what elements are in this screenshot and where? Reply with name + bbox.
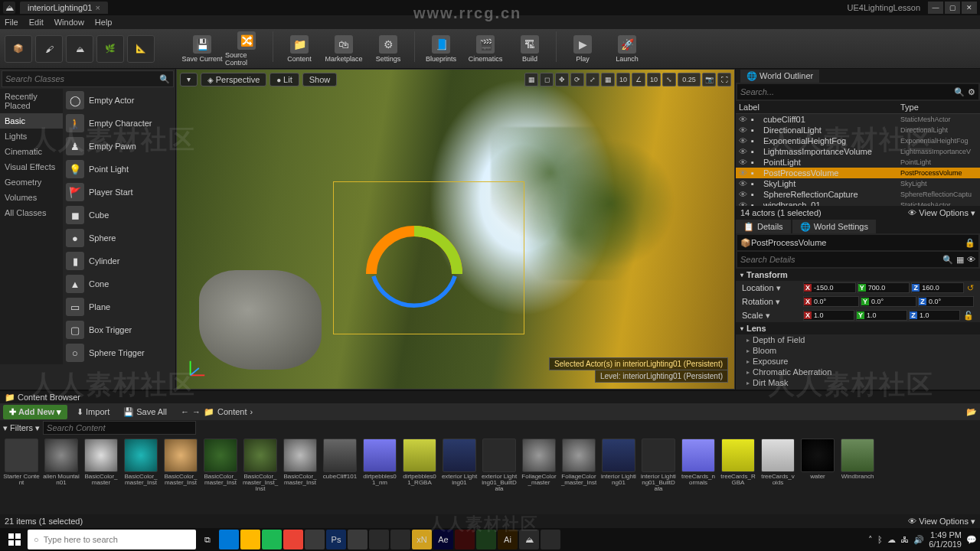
history-back-icon[interactable]: ← — [181, 407, 189, 416]
outliner-row[interactable]: 👁▪PointLightPointLight — [736, 157, 980, 168]
rotation-gizmo[interactable] — [361, 210, 468, 317]
outliner-col-type[interactable]: Type — [900, 103, 977, 112]
illustrator-icon[interactable]: Ai — [498, 530, 518, 549]
outliner-search-input[interactable] — [740, 87, 954, 96]
details-search-input[interactable] — [740, 255, 942, 264]
transform-header[interactable]: Transform — [736, 269, 980, 281]
close-button[interactable]: ✕ — [962, 2, 977, 14]
import-button[interactable]: ⬇ Import — [72, 405, 114, 419]
outliner-row[interactable]: 👁▪SkyLightSkyLight — [736, 178, 980, 189]
outliner-row[interactable]: 👁▪PostProcessVolumePostProcessVolume — [736, 168, 980, 178]
app4-icon[interactable] — [390, 530, 410, 549]
asset-item[interactable]: dirtpebbles01_RGBA — [401, 439, 438, 491]
place-item-sphere[interactable]: ●Sphere — [63, 227, 175, 249]
category-visual-effects[interactable]: Visual Effects — [0, 159, 63, 174]
asset-item[interactable]: interior Lighting01 — [600, 439, 637, 491]
scale-icon[interactable]: ⤢ — [586, 73, 599, 86]
location-z[interactable]: 160.0 — [920, 284, 963, 292]
paint-mode-icon[interactable]: 🖌 — [35, 35, 63, 63]
geometry-mode-icon[interactable]: 📐 — [127, 35, 155, 63]
perspective-button[interactable]: ◈ Perspective — [201, 73, 266, 86]
reset-icon[interactable]: ↺ — [967, 283, 974, 293]
asset-item[interactable]: alien Mountain01 — [43, 439, 80, 491]
place-item-box-trigger[interactable]: ▢Box Trigger — [63, 318, 175, 341]
category-lights[interactable]: Lights — [0, 129, 63, 144]
lens-item[interactable]: Dirt Mask — [736, 377, 980, 388]
show-button[interactable]: Show — [302, 73, 338, 86]
toolbar-save-current[interactable]: 💾Save Current — [181, 31, 224, 67]
visibility-icon[interactable]: 👁 — [739, 179, 750, 188]
place-item-empty-character[interactable]: 🚶Empty Character — [63, 112, 175, 135]
task-view-icon[interactable]: ⧉ — [198, 530, 217, 549]
asset-item[interactable]: Starter Content — [3, 439, 40, 491]
outliner-col-label[interactable]: Label — [739, 103, 900, 112]
place-item-player-start[interactable]: 🚩Player Start — [63, 181, 175, 204]
spotify-icon[interactable] — [262, 530, 282, 549]
visibility-icon[interactable]: 👁 — [739, 168, 750, 178]
breadcrumb-content[interactable]: Content — [217, 407, 247, 416]
asset-item[interactable]: treeCards_RGBA — [720, 439, 756, 491]
property-matrix-icon[interactable]: ▦ — [956, 255, 964, 265]
add-new-button[interactable]: ✚ Add New ▾ — [3, 405, 67, 419]
asset-item[interactable]: BasicColor_master_Inst — [282, 439, 318, 491]
place-item-point-light[interactable]: 💡Point Light — [63, 158, 175, 181]
place-item-empty-pawn[interactable]: ♟Empty Pawn — [63, 135, 175, 158]
lens-item[interactable]: Exposure — [736, 356, 980, 367]
toolbar-marketplace[interactable]: 🛍Marketplace — [322, 31, 365, 67]
world-settings-tab[interactable]: 🌐 World Settings — [792, 220, 876, 233]
filters-button[interactable]: ▾ Filters ▾ — [3, 423, 40, 433]
taskbar-clock[interactable]: 1:49 PM 6/1/2019 — [929, 530, 962, 549]
app2-icon[interactable] — [348, 530, 368, 549]
maximize-viewport-icon[interactable]: ⛶ — [717, 73, 731, 86]
aftereffects-icon[interactable]: Ae — [433, 530, 453, 549]
content-search-input[interactable] — [43, 421, 196, 435]
tray-bluetooth-icon[interactable]: ᛒ — [877, 535, 883, 544]
place-mode-icon[interactable]: 📦 — [5, 35, 32, 63]
world-outliner-tab[interactable]: 🌐 World Outliner — [740, 70, 819, 83]
rotation-z[interactable]: 0.0° — [926, 298, 973, 305]
menu-edit[interactable]: Edit — [29, 18, 44, 27]
tray-volume-icon[interactable]: 🔊 — [913, 535, 924, 545]
visibility-icon[interactable]: 👁 — [739, 126, 750, 135]
scale-snap[interactable]: ⤡ — [662, 73, 676, 86]
lens-item[interactable]: Camera — [736, 388, 980, 390]
outliner-options-icon[interactable]: ⚙ — [968, 87, 975, 97]
cb-view-options[interactable]: 👁 View Options ▾ — [908, 517, 975, 527]
place-item-cube[interactable]: ◼Cube — [63, 204, 175, 227]
scale-z[interactable]: 1.0 — [917, 311, 959, 319]
category-cinematic[interactable]: Cinematic — [0, 144, 63, 159]
asset-item[interactable]: treeCards_normals — [680, 439, 717, 491]
location-x[interactable]: -150.0 — [812, 284, 855, 292]
tray-cloud-icon[interactable]: ☁ — [887, 535, 896, 545]
asset-item[interactable]: treeCards_voids — [760, 439, 796, 491]
app-icon[interactable] — [305, 530, 325, 549]
level-viewport[interactable]: ▾ ◈ Perspective ● Lit Show ▦ ◻ ✥ ⟳ ⤢ ▦ 1… — [176, 69, 735, 390]
outliner-row[interactable]: 👁▪LightmassImportanceVolumeLightmassImpo… — [736, 146, 980, 157]
place-item-sphere-trigger[interactable]: ○Sphere Trigger — [63, 341, 175, 364]
lens-header[interactable]: Lens — [736, 322, 980, 334]
notification-icon[interactable]: 💬 — [966, 535, 977, 545]
visibility-icon[interactable]: 👁 — [739, 201, 750, 206]
app5-icon[interactable]: xN — [412, 530, 432, 549]
taskbar-search[interactable]: ○Type here to search — [28, 530, 196, 549]
place-item-plane[interactable]: ▭Plane — [63, 295, 175, 318]
visibility-icon[interactable]: 👁 — [739, 190, 750, 199]
angle-snap-value[interactable]: 10 — [647, 73, 661, 86]
menu-help[interactable]: Help — [95, 18, 113, 27]
scale-y[interactable]: 1.0 — [864, 311, 906, 319]
visibility-icon[interactable]: 👁 — [739, 115, 750, 124]
menu-window[interactable]: Window — [54, 18, 84, 27]
grid-snap[interactable]: ▦ — [601, 73, 615, 86]
scale-x[interactable]: 1.0 — [812, 311, 854, 319]
asset-item[interactable]: interior Lighting01_BuiltData — [640, 439, 677, 491]
toolbar-build[interactable]: 🏗Build — [508, 31, 551, 67]
tray-chevron-icon[interactable]: ˄ — [868, 535, 873, 545]
camera-speed-icon[interactable]: 📷 — [702, 73, 716, 86]
lens-item[interactable]: Bloom — [736, 345, 980, 356]
landscape-mode-icon[interactable]: ⛰ — [66, 35, 93, 63]
outliner-row[interactable]: 👁▪SphereReflectionCaptureSphereReflectio… — [736, 189, 980, 200]
rotation-y[interactable]: 0.0° — [869, 298, 916, 305]
asset-item[interactable]: BasicColor_master_Inst — [202, 439, 239, 491]
asset-item[interactable]: exterior Lighting01 — [441, 439, 478, 491]
content-browser-tab[interactable]: 📁 Content Browser — [5, 393, 80, 403]
